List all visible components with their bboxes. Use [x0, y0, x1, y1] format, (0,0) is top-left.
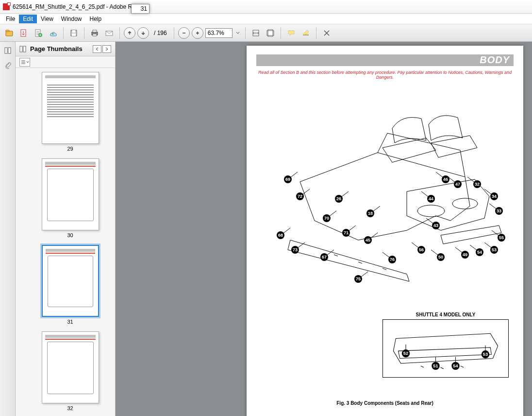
attachments-tab-icon[interactable] [3, 60, 13, 70]
section-header-bar [256, 54, 514, 66]
email-button[interactable] [103, 27, 116, 39]
thumbnails-panel: Page Thumbnails 29 30 31 [16, 42, 116, 416]
thumbnails-options-bar [16, 56, 115, 68]
svg-text:54: 54 [477, 250, 482, 255]
svg-text:53: 53 [492, 247, 497, 252]
next-page-button[interactable] [137, 27, 149, 39]
create-pdf-button[interactable] [32, 27, 45, 39]
pdf-page: BODY Read all of Section B and this sect… [247, 46, 523, 416]
main-figure: 6972267068736771184575765650434446473234… [261, 94, 509, 303]
thumb-label: 30 [25, 232, 115, 238]
toolbar: / 196 [0, 24, 532, 42]
svg-text:49: 49 [463, 252, 467, 257]
separator [119, 27, 120, 39]
menu-window[interactable]: Window [57, 15, 86, 23]
menu-bar: File Edit View Window Help [0, 14, 532, 24]
title-bar: 625614_RM_Shuttle_2_4_6_25.pdf - Adobe R… [0, 0, 532, 14]
svg-text:46: 46 [443, 177, 448, 182]
figure-caption: Fig. 3 Body Components (Seats and Rear) [247, 400, 523, 406]
thumb-nav-next[interactable] [102, 45, 111, 53]
thumbnails-header: Page Thumbnails [16, 42, 115, 56]
open-button[interactable] [3, 27, 16, 39]
svg-text:34: 34 [492, 194, 497, 199]
zoom-input[interactable] [205, 28, 233, 38]
window-title: 625614_RM_Shuttle_2_4_6_25.pdf - Adobe R… [13, 3, 147, 10]
send-cloud-button[interactable] [47, 27, 59, 39]
svg-text:18: 18 [368, 211, 373, 216]
thumbnails-list[interactable]: 29 30 31 32 33 [16, 68, 115, 416]
svg-text:72: 72 [298, 194, 302, 199]
separator [281, 27, 281, 39]
print-button[interactable] [88, 27, 101, 39]
separator [174, 27, 174, 39]
fit-width-button[interactable] [249, 27, 262, 39]
inset-figure: SHUTTLE 4 MODEL ONLY 52515453 [382, 312, 509, 380]
zoom-dropdown[interactable] [234, 31, 241, 35]
read-mode-button[interactable] [320, 27, 333, 39]
svg-text:55: 55 [499, 235, 504, 240]
fit-page-button[interactable] [264, 27, 277, 39]
zoom-out-button[interactable] [178, 27, 190, 39]
prev-page-button[interactable] [124, 27, 135, 39]
svg-point-21 [452, 198, 478, 209]
svg-text:47: 47 [455, 182, 460, 187]
thumb-label: 32 [25, 405, 115, 411]
menu-edit[interactable]: Edit [19, 15, 37, 23]
pdf-icon [3, 3, 10, 10]
menu-file[interactable]: File [2, 15, 19, 23]
svg-text:73: 73 [293, 247, 298, 252]
thumbnail-31[interactable]: 31 [25, 245, 115, 325]
section-title: BODY [480, 54, 510, 66]
svg-text:26: 26 [336, 196, 341, 201]
page-total-label: / 196 [154, 30, 167, 36]
document-viewport[interactable]: BODY Read all of Section B and this sect… [116, 42, 532, 416]
thumb-label: 31 [25, 319, 115, 325]
svg-rect-10 [93, 34, 97, 36]
menu-help[interactable]: Help [86, 15, 106, 23]
svg-text:69: 69 [285, 177, 290, 182]
svg-text:45: 45 [366, 238, 370, 243]
svg-text:43: 43 [433, 223, 438, 228]
svg-text:51: 51 [433, 364, 438, 368]
svg-text:52: 52 [403, 351, 408, 356]
svg-text:32: 32 [475, 182, 480, 187]
svg-text:70: 70 [324, 216, 329, 221]
highlight-button[interactable] [299, 27, 312, 39]
inset-label: SHUTTLE 4 MODEL ONLY [382, 312, 509, 317]
svg-rect-6 [72, 30, 75, 33]
thumbnail-30[interactable]: 30 [25, 158, 115, 238]
comment-button[interactable] [285, 27, 298, 39]
thumbnail-29[interactable]: 29 [25, 72, 115, 152]
svg-text:75: 75 [356, 277, 361, 281]
svg-text:67: 67 [322, 255, 327, 260]
svg-text:44: 44 [429, 196, 433, 201]
thumbnails-tab-icon[interactable] [3, 46, 13, 55]
svg-rect-16 [5, 48, 7, 53]
thumbnails-options-button[interactable] [19, 58, 30, 67]
svg-rect-7 [72, 34, 76, 36]
svg-text:53: 53 [483, 352, 488, 357]
thumbnail-32[interactable]: 32 [25, 331, 115, 411]
svg-text:56: 56 [419, 247, 424, 252]
main-area: Page Thumbnails 29 30 31 [0, 42, 532, 416]
svg-rect-17 [8, 48, 11, 53]
svg-rect-19 [23, 46, 26, 52]
separator [316, 27, 316, 39]
save-button[interactable] [67, 27, 80, 39]
warning-text: Read all of Section B and this section b… [256, 70, 514, 80]
thumbnails-icon [19, 46, 26, 52]
export-pdf-button[interactable] [17, 27, 30, 39]
nav-rail [0, 42, 16, 416]
page-number-input[interactable] [131, 4, 150, 14]
svg-text:68: 68 [278, 233, 283, 238]
svg-rect-18 [20, 46, 22, 52]
svg-rect-1 [6, 30, 9, 32]
zoom-in-button[interactable] [192, 27, 203, 39]
svg-text:33: 33 [497, 208, 501, 213]
svg-text:50: 50 [438, 255, 443, 260]
thumb-nav-prev[interactable] [93, 45, 101, 53]
svg-text:71: 71 [344, 230, 349, 235]
svg-rect-9 [93, 30, 97, 32]
menu-view[interactable]: View [37, 15, 57, 23]
svg-text:76: 76 [390, 257, 395, 262]
